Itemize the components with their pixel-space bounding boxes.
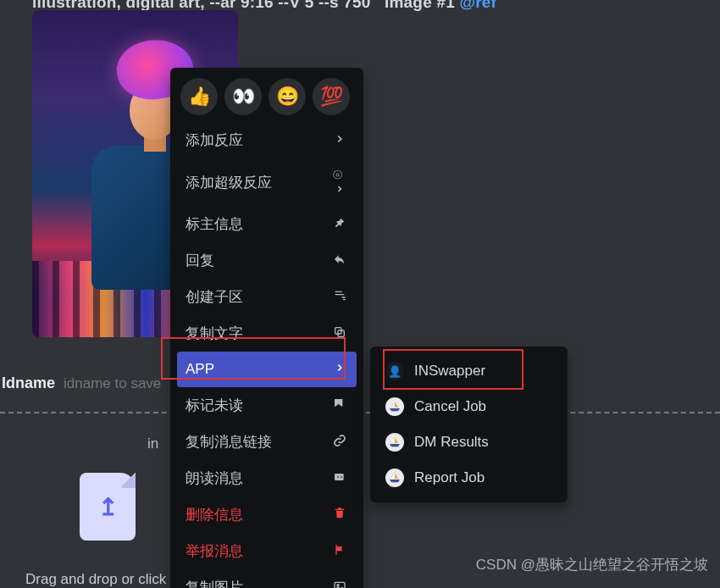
svg-rect-3 <box>335 582 345 588</box>
chevron-icon <box>331 133 348 148</box>
submenu-item-label: DM Results <box>414 434 489 451</box>
menu-item-copy-text[interactable]: 复制文字 <box>177 315 357 352</box>
watermark: CSDN @愚昧之山绝望之谷开悟之坡 <box>476 555 708 574</box>
reaction-eyes[interactable]: 👀 <box>224 78 262 115</box>
menu-item-label: 复制图片 <box>186 578 243 588</box>
link-icon <box>331 434 348 451</box>
reaction-thumbs-up[interactable]: 👍 <box>180 78 218 115</box>
submenu-item-label: INSwapper <box>414 363 485 380</box>
app-avatar-icon <box>385 397 404 416</box>
idname-label: Idname <box>2 374 55 392</box>
copy-icon <box>331 325 348 342</box>
drag-drop-text: Drag and drop or click <box>25 571 166 588</box>
ref-link[interactable]: @ref <box>459 0 496 11</box>
super-icon: ⦾ <box>331 167 348 197</box>
submenu-item-label: Cancel Job <box>414 398 486 415</box>
image-icon <box>331 580 348 589</box>
reply-icon <box>331 252 348 269</box>
app-avatar-icon: 👤 <box>385 362 404 380</box>
menu-item-tts[interactable]: 朗读消息 <box>177 460 357 496</box>
menu-item-delete[interactable]: 删除信息 <box>177 496 357 533</box>
unread-icon <box>331 397 348 414</box>
menu-item-label: 标主信息 <box>186 214 243 234</box>
menu-item-reply[interactable]: 回复 <box>177 242 357 279</box>
menu-item-label: 回复 <box>186 251 214 270</box>
menu-item-copy-image[interactable]: 复制图片 <box>177 569 357 588</box>
submenu-item-dm-results[interactable]: DM Results <box>377 424 561 460</box>
menu-item-label: 创建子区 <box>186 287 243 307</box>
menu-item-label: 举报消息 <box>186 541 243 561</box>
submenu-item-cancel-job[interactable]: Cancel Job <box>377 389 561 424</box>
app-avatar-icon <box>385 469 404 487</box>
menu-item-label: 朗读消息 <box>186 469 243 488</box>
chevron-icon <box>331 362 348 377</box>
app-avatar-icon <box>385 433 404 452</box>
idname-input[interactable] <box>64 375 182 392</box>
menu-item-label: 复制消息链接 <box>186 432 272 452</box>
menu-item-label: 添加超级反应 <box>186 173 272 192</box>
app-submenu: 👤INSwapperCancel JobDM ResultsReport Job <box>370 347 568 502</box>
menu-item-app[interactable]: APP <box>177 352 357 387</box>
submenu-item-inswapper[interactable]: 👤INSwapper <box>377 353 561 389</box>
reaction-hundred[interactable]: 💯 <box>313 78 350 115</box>
menu-item-label: 添加反应 <box>186 130 243 150</box>
submenu-item-label: Report Job <box>414 469 485 486</box>
menu-item-add-reaction[interactable]: 添加反应 <box>177 122 357 158</box>
submenu-item-report-job[interactable]: Report Job <box>377 460 561 496</box>
pin-icon <box>331 216 348 233</box>
flag-icon <box>331 543 348 560</box>
menu-item-add-super-reaction[interactable]: 添加超级反应⦾ <box>177 158 357 206</box>
reaction-laugh[interactable]: 😄 <box>269 78 306 115</box>
in-label: in <box>147 435 158 452</box>
trash-icon <box>331 507 348 524</box>
menu-item-label: 复制文字 <box>186 324 243 343</box>
menu-item-thread[interactable]: 创建子区 <box>177 279 357 315</box>
upload-icon: ↥ <box>98 493 118 521</box>
tts-icon <box>331 470 348 487</box>
menu-item-report[interactable]: 举报消息 <box>177 533 357 569</box>
menu-item-copy-link[interactable]: 复制消息链接 <box>177 424 357 460</box>
svg-rect-2 <box>335 474 344 480</box>
thread-icon <box>331 289 348 306</box>
menu-item-pin[interactable]: 标主信息 <box>177 206 357 242</box>
menu-item-label: 标记未读 <box>186 396 243 415</box>
menu-item-label: 删除信息 <box>186 505 243 524</box>
message-context-menu: 👍 👀 😄 💯 添加反应添加超级反应⦾ 标主信息回复创建子区复制文字APP标记未… <box>170 68 363 588</box>
svg-point-4 <box>337 584 339 585</box>
menu-item-unread[interactable]: 标记未读 <box>177 387 357 424</box>
quick-reactions-row: 👍 👀 😄 💯 <box>177 75 357 122</box>
menu-item-label: APP <box>186 361 214 378</box>
upload-dropzone[interactable]: ↥ <box>80 473 136 541</box>
